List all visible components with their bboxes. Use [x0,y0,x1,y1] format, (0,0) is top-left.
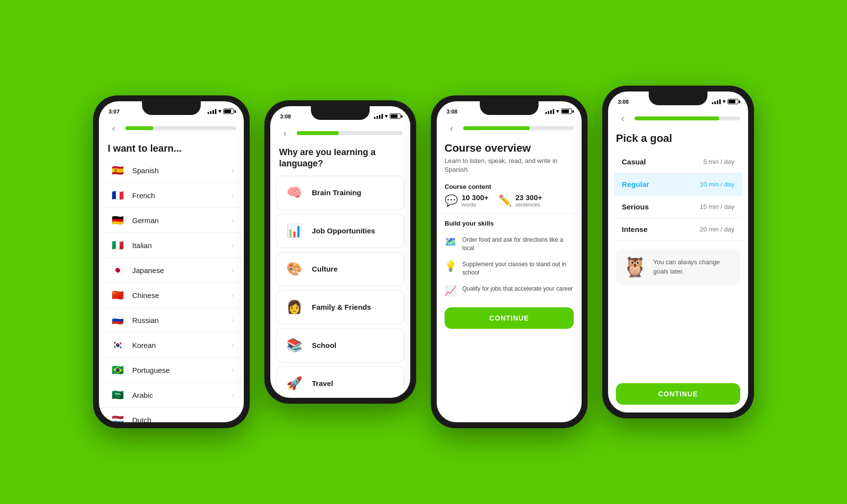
question-title: Why are you learning a language? [270,143,410,176]
sentences-count: 23 300+ [516,193,542,202]
skill-career: 📈 Qualify for jobs that accelerate your … [445,281,574,300]
goal-title: Pick a goal [608,128,748,151]
family-icon: 👩 [283,297,305,318]
time-4: 3:08 [618,99,629,105]
lang-item-arabic[interactable]: 🇸🇦Arabic › [101,383,242,408]
lang-item-portuguese[interactable]: 🇧🇷Portuguese › [101,358,242,383]
lang-name-russian: Russian [132,316,159,324]
sentences-label: sentences [516,202,542,207]
progress-fill-2 [297,131,339,135]
lang-name-german: German [132,216,159,225]
lang-item-german[interactable]: 🇩🇪German › [101,208,242,233]
phone-why-learning: 3:08 ▾ ‹ Why are you learning a language… [264,100,416,404]
progress-bar-3 [463,126,574,130]
wifi-icon-4: ▾ [723,98,726,105]
flag-chinese: 🇨🇳 [109,289,126,301]
reason-job[interactable]: 📊 Job Opportunities [276,214,404,248]
flag-french: 🇫🇷 [109,189,126,202]
flag-dutch: 🇳🇱 [109,413,126,422]
skill-text-food: Order food and ask for directions like a… [462,236,574,252]
career-icon: 📈 [445,285,456,297]
phone-course-overview: 3:08 ▾ ‹ Course overview Learn to [431,95,588,428]
reason-school[interactable]: 📚 School [276,328,404,363]
back-button-4[interactable]: ‹ [616,112,630,125]
words-label: words [462,202,489,207]
flag-russian: 🇷🇺 [109,314,126,326]
lang-name-arabic: Arabic [132,391,153,399]
lang-item-chinese[interactable]: 🇨🇳Chinese › [101,283,242,308]
signal-icon-3 [545,109,554,114]
course-subtitle: Learn to listen, speak, read, and write … [437,156,582,179]
reason-family[interactable]: 👩 Family & Friends [276,290,404,324]
signal-icon [208,109,216,114]
lang-item-dutch[interactable]: 🇳🇱Dutch › [101,408,242,422]
lang-name-french: French [132,191,155,200]
lang-item-italian[interactable]: 🇮🇹Italian › [101,233,242,258]
signal-icon-2 [374,114,383,119]
words-icon: 💬 [445,194,458,207]
chevron-spanish: › [232,166,234,174]
lang-item-spanish[interactable]: 🇪🇸Spanish › [101,158,242,183]
wifi-icon-3: ▾ [556,108,559,115]
continue-button-4[interactable]: CONTINUE [616,383,740,405]
divider-3 [437,213,582,214]
chevron-german: › [232,216,234,224]
back-button-1[interactable]: ‹ [107,121,120,135]
progress-bar-4 [635,116,740,120]
chevron-dutch: › [232,416,234,422]
notch-2 [311,106,370,120]
page-title-1: I want to learn... [99,138,244,158]
sentences-icon: ✏️ [498,194,512,207]
time-2: 3:08 [280,114,291,119]
wifi-icon-2: ▾ [385,113,388,119]
progress-fill-4 [635,116,719,120]
flag-german: 🇩🇪 [109,214,126,227]
goal-serious[interactable]: Serious 15 min / day [614,196,742,218]
lang-item-japanese[interactable]: 🇯🇵Japanese › [101,258,242,283]
mascot-section: 🦉 You can always change goals later. [616,249,740,285]
skills-list: 🗺️ Order food and ask for directions lik… [437,230,582,302]
nav-bar-4: ‹ [608,109,748,128]
back-button-2[interactable]: ‹ [278,126,292,140]
chevron-chinese: › [232,291,234,299]
flag-italian: 🇮🇹 [109,239,126,252]
notch [142,101,201,115]
flag-portuguese: 🇧🇷 [109,364,126,376]
chevron-korean: › [232,341,234,349]
skill-food: 🗺️ Order food and ask for directions lik… [445,232,574,256]
food-icon: 🗺️ [445,236,456,248]
mascot-icon: 🦉 [623,255,647,278]
brain-icon: 🧠 [283,182,305,204]
chevron-portuguese: › [232,366,234,374]
chevron-italian: › [232,241,234,249]
goal-casual[interactable]: Casual 5 min / day [614,151,742,173]
battery-icon-4 [728,99,738,104]
notch-3 [480,101,539,115]
goal-name-serious: Serious [622,203,649,211]
lang-name-italian: Italian [132,241,152,250]
culture-icon: 🎨 [283,258,305,280]
school-skill-icon: 💡 [445,260,456,272]
goal-list: Casual 5 min / day Regular 10 min / day … [608,151,748,241]
goal-time-serious: 15 min / day [700,203,734,210]
reason-brain-training[interactable]: 🧠 Brain Training [276,176,404,210]
stat-sentences: ✏️ 23 300+ sentences [498,193,542,207]
lang-item-korean[interactable]: 🇰🇷Korean › [101,333,242,358]
continue-button-3[interactable]: CONTINUE [445,307,574,329]
lang-name-chinese: Chinese [132,291,159,299]
job-icon: 📊 [283,220,305,242]
goal-regular[interactable]: Regular 10 min / day [614,173,742,196]
goal-time-intense: 20 min / day [700,226,734,233]
words-count: 10 300+ [462,193,489,202]
lang-item-french[interactable]: 🇫🇷French › [101,183,242,208]
back-button-3[interactable]: ‹ [445,121,458,135]
goal-intense[interactable]: Intense 20 min / day [614,218,742,241]
build-skills-label: Build your skills [437,216,582,230]
time-1: 3:07 [109,109,119,115]
chevron-japanese: › [232,266,234,274]
reason-travel[interactable]: 🚀 Travel [276,367,404,398]
reason-culture[interactable]: 🎨 Culture [276,252,404,286]
lang-item-russian[interactable]: 🇷🇺Russian › [101,308,242,333]
reason-label-culture: Culture [312,265,338,273]
reason-label-family: Family & Friends [312,303,371,311]
